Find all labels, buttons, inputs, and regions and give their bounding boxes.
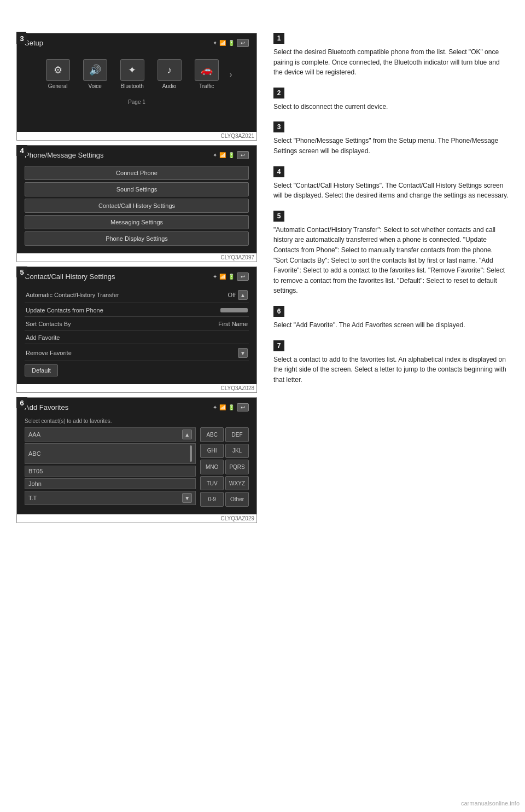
setup-icon-voice[interactable]: 🔊 Voice [79,59,112,89]
alpha-tuv[interactable]: TUV [200,476,224,491]
setup-icon-traffic[interactable]: 🚗 Traffic [190,59,223,89]
setup-icon-general[interactable]: ⚙ General [42,59,74,89]
alpha-09[interactable]: 0-9 [200,492,224,507]
update-contacts-label: Update Contacts from Phone [26,307,103,314]
setup-icons-row: ⚙ General 🔊 Voice ✦ [25,54,249,95]
text-section-1: 1 Select the desired Bluetooth compatibl… [273,33,509,78]
alpha-abc[interactable]: ABC [200,427,224,442]
bluetooth-icon-box: ✦ [120,59,144,81]
traffic-label: Traffic [199,83,214,89]
section-3-text: Select "Phone/Message Settings" from the… [273,136,509,156]
alpha-jkl[interactable]: JKL [225,444,249,459]
figure-4-number: 4 [16,145,27,156]
back-button-3[interactable]: ↩ [237,39,249,47]
screen-3-header: Setup ✦ 📶 🔋 ↩ [25,39,249,47]
contact-aaa[interactable]: AAA ▲ [25,427,196,442]
screen-3-setup: Setup ✦ 📶 🔋 ↩ ⚙ Gener [17,33,256,132]
voice-label: Voice [88,83,101,89]
sound-settings-btn[interactable]: Sound Settings [25,182,249,196]
add-favorite-row[interactable]: Add Favorite [25,332,249,344]
alpha-other[interactable]: Other [225,492,249,507]
text-section-3: 3 Select "Phone/Message Settings" from t… [273,121,509,156]
signal-icon-6: 📶 [219,404,226,410]
sort-contacts-value: First Name [218,321,248,327]
contact-bt05[interactable]: BT05 [25,466,196,477]
setup-icon-bluetooth[interactable]: ✦ Bluetooth [116,59,149,89]
screen-5-wrapper: Contact/Call History Settings ✦ 📶 🔋 ↩ Au… [16,266,257,393]
section-5-text: "Automatic Contact/History Transfer": Se… [273,225,509,296]
contact-tt-down[interactable]: ▼ [182,493,192,503]
bluetooth-label: Bluetooth [121,83,144,89]
figure-4-caption: CLYQ3AZ097 [17,253,256,262]
auto-transfer-row: Automatic Contact/History Transfer Off ▲ [25,287,249,303]
text-section-7: 7 Select a contact to add to the favorit… [273,340,509,385]
default-button-5[interactable]: Default [25,364,58,376]
screen-6-icons: ✦ 📶 🔋 ↩ [213,403,249,411]
screen-6-header: Add Favorites ✦ 📶 🔋 ↩ [25,403,249,411]
contact-john-name: John [28,480,192,487]
general-icon: ⚙ [54,64,62,76]
contacts-list: AAA ▲ ABC BT05 John [25,427,196,507]
screen-4-wrapper: Phone/Message Settings ✦ 📶 🔋 ↩ Connect P… [16,145,257,262]
back-button-6[interactable]: ↩ [237,403,249,411]
sort-contacts-text: First Name [218,321,248,327]
scrollbar[interactable] [190,445,192,462]
auto-transfer-value: Off ▲ [228,290,248,300]
figure-3: 3 Setup ✦ 📶 🔋 ↩ [16,33,257,141]
audio-icon-box: ♪ [158,59,182,81]
add-favorite-label: Add Favorite [26,334,60,341]
contact-settings-list: Automatic Contact/History Transfer Off ▲… [25,287,249,361]
back-button-5[interactable]: ↩ [237,272,249,281]
figure-6-number: 6 [16,397,27,408]
contact-john[interactable]: John [25,478,196,489]
auto-transfer-label: Automatic Contact/History Transfer [26,292,119,298]
auto-transfer-up-arrow[interactable]: ▲ [238,290,248,300]
back-button-4[interactable]: ↩ [237,151,249,159]
section-7-text: Select a contact to add to the favorites… [273,355,509,385]
bluetooth-status-icon: ✦ [213,40,217,46]
contact-history-settings-btn[interactable]: Contact/Call History Settings [25,199,249,213]
text-section-5: 5 "Automatic Contact/History Transfer": … [273,211,509,296]
figures-column: 3 Setup ✦ 📶 🔋 ↩ [16,33,257,527]
contact-abc[interactable]: ABC [25,443,196,464]
phone-settings-menu: Connect Phone Sound Settings Contact/Cal… [25,166,249,246]
section-1-text: Select the desired Bluetooth compatible … [273,47,509,78]
figure-5: 5 Contact/Call History Settings ✦ 📶 🔋 ↩ [16,266,257,393]
alpha-wxyz[interactable]: WXYZ [225,476,249,491]
contact-tt[interactable]: T.T ▼ [25,491,196,505]
screen-3-title: Setup [25,39,43,47]
voice-icon-box: 🔊 [83,59,107,81]
next-page-chevron[interactable]: › [230,70,232,79]
connect-phone-btn[interactable]: Connect Phone [25,166,249,180]
general-label: General [48,83,68,89]
section-6-number: 6 [273,306,284,317]
alpha-ghi[interactable]: GHI [200,444,224,459]
signal-icon-5: 📶 [219,274,226,280]
screen-6-add-favorites: Add Favorites ✦ 📶 🔋 ↩ Select contact(s) … [17,398,256,514]
favorites-layout: AAA ▲ ABC BT05 John [25,427,249,507]
figure-5-caption: CLYQ3AZ028 [17,384,256,392]
bt-icon-4: ✦ [213,152,217,158]
section-4-text: Select "Contact/Call History Settings". … [273,181,509,201]
alpha-pqrs[interactable]: PQRS [225,460,249,474]
update-contacts-bar [220,308,248,312]
section-3-number: 3 [273,121,284,132]
screen-5-header: Contact/Call History Settings ✦ 📶 🔋 ↩ [25,272,249,281]
alpha-def[interactable]: DEF [225,427,249,442]
contact-aaa-up[interactable]: ▲ [182,430,192,439]
screen-6-wrapper: Add Favorites ✦ 📶 🔋 ↩ Select contact(s) … [16,397,257,523]
screen-3-wrapper: Setup ✦ 📶 🔋 ↩ ⚙ Gener [16,33,257,141]
setup-icon-audio[interactable]: ♪ Audio [153,59,186,89]
messaging-settings-btn[interactable]: Messaging Settings [25,215,249,229]
page-label: Page 1 [25,99,249,105]
figure-3-number: 3 [16,33,27,44]
sort-contacts-label: Sort Contacts By [26,321,71,327]
bluetooth-icon: ✦ [128,64,136,76]
phone-display-settings-btn[interactable]: Phone Display Settings [25,231,249,246]
remove-favorite-down-arrow[interactable]: ▼ [238,348,248,358]
screen-4-icons: ✦ 📶 🔋 ↩ [213,151,249,159]
figure-4: 4 Phone/Message Settings ✦ 📶 🔋 ↩ Connect… [16,145,257,262]
screen-4-phone-settings: Phone/Message Settings ✦ 📶 🔋 ↩ Connect P… [17,146,256,253]
general-icon-box: ⚙ [46,59,70,81]
alpha-mno[interactable]: MNO [200,460,224,474]
